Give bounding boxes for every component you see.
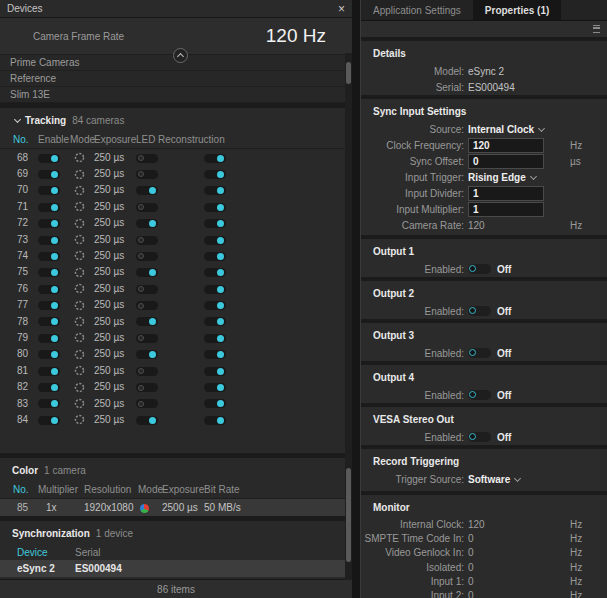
input-trigger-dropdown[interactable]: Rising Edge xyxy=(468,172,536,183)
collapse-group-list-button[interactable] xyxy=(173,48,188,63)
object-mode-icon[interactable] xyxy=(74,398,85,409)
table-row[interactable]: 85 1x 1920x1080 2500 µs 50 MB/s xyxy=(0,499,352,516)
table-row[interactable]: 78 250 µs xyxy=(0,313,352,329)
table-row[interactable]: 74 250 µs xyxy=(0,247,352,263)
object-mode-icon[interactable] xyxy=(74,250,85,261)
led-toggle[interactable] xyxy=(136,334,158,343)
object-mode-icon[interactable] xyxy=(74,300,85,311)
led-toggle[interactable] xyxy=(136,301,158,310)
table-row[interactable]: 73 250 µs xyxy=(0,231,352,247)
object-mode-icon[interactable] xyxy=(74,365,85,376)
tab-properties[interactable]: Properties (1) xyxy=(473,0,561,20)
table-row[interactable]: 68 250 µs xyxy=(0,149,352,165)
tab-application-settings[interactable]: Application Settings xyxy=(361,0,473,20)
enabled-toggle[interactable] xyxy=(468,390,491,400)
object-mode-icon[interactable] xyxy=(74,332,85,343)
enabled-toggle[interactable] xyxy=(468,348,491,358)
enable-toggle[interactable] xyxy=(38,219,60,228)
reconstruction-toggle[interactable] xyxy=(204,301,226,310)
table-row[interactable]: 82 250 µs xyxy=(0,378,352,394)
reconstruction-toggle[interactable] xyxy=(204,170,226,179)
sync-offset-input[interactable]: 0 xyxy=(468,154,544,169)
clock-frequency-input[interactable]: 120 xyxy=(468,138,544,153)
led-toggle[interactable] xyxy=(136,203,158,212)
reconstruction-toggle[interactable] xyxy=(204,383,226,392)
object-mode-icon[interactable] xyxy=(74,267,85,278)
table-row[interactable]: eSync 2 ES000494 xyxy=(0,560,352,577)
table-row[interactable]: 84 250 µs xyxy=(0,411,352,427)
trigger-source-dropdown[interactable]: Software xyxy=(468,474,520,485)
table-row[interactable]: 75 250 µs xyxy=(0,264,352,280)
table-row[interactable]: 77 250 µs xyxy=(0,297,352,313)
close-icon[interactable]: × xyxy=(338,4,345,14)
object-mode-icon[interactable] xyxy=(74,234,85,245)
led-toggle[interactable] xyxy=(136,252,158,261)
reconstruction-toggle[interactable] xyxy=(204,399,226,408)
input-divider-input[interactable]: 1 xyxy=(468,186,544,201)
enabled-toggle[interactable] xyxy=(468,432,491,442)
object-mode-icon[interactable] xyxy=(74,283,85,294)
reconstruction-toggle[interactable] xyxy=(204,219,226,228)
scrollbar-track[interactable] xyxy=(345,53,352,580)
enable-toggle[interactable] xyxy=(38,350,60,359)
table-row[interactable]: 69 250 µs xyxy=(0,165,352,181)
object-mode-icon[interactable] xyxy=(74,218,85,229)
source-dropdown[interactable]: Internal Clock xyxy=(468,124,544,135)
object-mode-icon[interactable] xyxy=(74,201,85,212)
reconstruction-toggle[interactable] xyxy=(204,203,226,212)
table-row[interactable]: 76 250 µs xyxy=(0,280,352,296)
reconstruction-toggle[interactable] xyxy=(204,252,226,261)
object-mode-icon[interactable] xyxy=(74,316,85,327)
led-toggle[interactable] xyxy=(136,399,158,408)
enable-toggle[interactable] xyxy=(38,170,60,179)
synchronization-section-title[interactable]: Synchronization 1 device xyxy=(0,521,352,544)
enable-toggle[interactable] xyxy=(38,383,60,392)
enable-toggle[interactable] xyxy=(38,399,60,408)
table-row[interactable]: 80 250 µs xyxy=(0,346,352,362)
enable-toggle[interactable] xyxy=(38,317,60,326)
led-toggle[interactable] xyxy=(136,416,158,425)
scrollbar-thumb[interactable] xyxy=(346,62,351,84)
enable-toggle[interactable] xyxy=(38,285,60,294)
panel-divider[interactable] xyxy=(352,0,360,598)
reconstruction-toggle[interactable] xyxy=(204,154,226,163)
enable-toggle[interactable] xyxy=(38,154,60,163)
enable-toggle[interactable] xyxy=(38,186,60,195)
enable-toggle[interactable] xyxy=(38,416,60,425)
table-row[interactable]: 81 250 µs xyxy=(0,362,352,378)
object-mode-icon[interactable] xyxy=(74,349,85,360)
reconstruction-toggle[interactable] xyxy=(204,317,226,326)
camera-group-item[interactable]: Slim 13E xyxy=(0,87,352,103)
color-mode-icon[interactable] xyxy=(140,504,149,513)
table-row[interactable]: 70 250 µs xyxy=(0,182,352,198)
panel-menu-icon[interactable] xyxy=(593,25,600,33)
table-row[interactable]: 83 250 µs xyxy=(0,395,352,411)
tracking-section-title[interactable]: Tracking 84 cameras xyxy=(0,108,352,131)
led-toggle[interactable] xyxy=(136,383,158,392)
reconstruction-toggle[interactable] xyxy=(204,285,226,294)
table-row[interactable]: 72 250 µs xyxy=(0,215,352,231)
object-mode-icon[interactable] xyxy=(74,185,85,196)
led-toggle[interactable] xyxy=(136,186,158,195)
object-mode-icon[interactable] xyxy=(74,152,85,163)
led-toggle[interactable] xyxy=(136,170,158,179)
reconstruction-toggle[interactable] xyxy=(204,334,226,343)
reconstruction-toggle[interactable] xyxy=(204,268,226,277)
led-toggle[interactable] xyxy=(136,350,158,359)
led-toggle[interactable] xyxy=(136,285,158,294)
enable-toggle[interactable] xyxy=(38,367,60,376)
enable-toggle[interactable] xyxy=(38,236,60,245)
led-toggle[interactable] xyxy=(136,219,158,228)
enable-toggle[interactable] xyxy=(38,268,60,277)
enable-toggle[interactable] xyxy=(38,301,60,310)
led-toggle[interactable] xyxy=(136,268,158,277)
scrollbar-thumb[interactable] xyxy=(346,468,351,562)
object-mode-icon[interactable] xyxy=(74,382,85,393)
reconstruction-toggle[interactable] xyxy=(204,416,226,425)
object-mode-icon[interactable] xyxy=(74,414,85,425)
led-toggle[interactable] xyxy=(136,317,158,326)
enable-toggle[interactable] xyxy=(38,203,60,212)
led-toggle[interactable] xyxy=(136,154,158,163)
enable-toggle[interactable] xyxy=(38,252,60,261)
input-multiplier-input[interactable]: 1 xyxy=(468,202,544,217)
